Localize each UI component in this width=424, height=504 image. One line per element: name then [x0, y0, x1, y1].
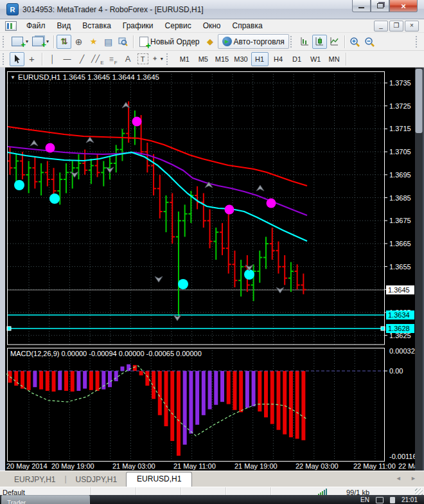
timeframe-d1[interactable]: D1 — [288, 52, 306, 66]
horizontal-line-button[interactable]: — — [60, 52, 75, 66]
tab-scroll-arrows[interactable]: ◄ ► — [396, 475, 420, 482]
timeframe-h4[interactable]: H4 — [270, 52, 287, 66]
macd-histogram-bar — [83, 371, 87, 389]
styler-button[interactable]: ◆ — [203, 35, 218, 49]
toolbar-grip[interactable] — [3, 36, 7, 48]
list-icon: ▤ — [104, 37, 112, 47]
price-scale-label: 1.3715 — [389, 125, 411, 132]
menu-help[interactable]: Справка — [227, 20, 269, 32]
mdi-minimize-button[interactable]: _ — [374, 21, 388, 32]
timeframe-m15[interactable]: M15 — [213, 52, 231, 66]
macd-histogram-bar — [158, 371, 162, 415]
zoom-out-button[interactable] — [362, 35, 377, 49]
magenta-signal-dot — [267, 199, 276, 208]
language-indicator[interactable]: EN — [360, 496, 369, 503]
menu-file[interactable]: Файл — [21, 20, 51, 32]
text-label-button[interactable]: A — [121, 52, 136, 66]
market-watch-button[interactable]: ▤ — [101, 35, 116, 49]
menu-tools[interactable]: Сервис — [159, 20, 197, 32]
favorites-button[interactable]: ★ — [86, 35, 101, 49]
macd-histogram-bar — [233, 371, 236, 410]
magenta-signal-dot — [132, 117, 142, 127]
vertical-line-button[interactable]: │ — [45, 52, 60, 66]
macd-scale-top: 0.00032 — [389, 347, 415, 355]
timeframe-m5[interactable]: M5 — [195, 52, 212, 66]
crosshair-button[interactable]: + — [24, 52, 39, 66]
gold-tag-icon: ◆ — [207, 37, 213, 46]
timeframe-mn[interactable]: MN — [326, 52, 343, 66]
data-window-button[interactable] — [116, 35, 130, 49]
macd-histogram-bar — [270, 371, 274, 424]
timeframe-h1[interactable]: H1 — [251, 52, 269, 66]
bar-chart-type-button[interactable] — [297, 35, 312, 49]
tick-chart-toggle[interactable]: ⇅ — [57, 35, 71, 49]
toolbar-grip[interactable] — [166, 53, 171, 65]
tab-eurusd[interactable]: EURUSD,H1 — [126, 472, 192, 487]
macd-histogram-bar — [145, 371, 149, 386]
chart-canvas[interactable]: 1.37351.37251.37151.37051.36951.36851.36… — [0, 68, 424, 471]
price-scale-label: 1.3655 — [389, 263, 411, 271]
close-button[interactable]: × — [389, 0, 418, 12]
macd-histogram-bar — [245, 371, 249, 408]
toolbar-grip[interactable] — [3, 53, 7, 65]
macd-histogram-bar — [177, 371, 181, 456]
equidistant-channel-button[interactable]: ╱╱E — [89, 52, 106, 66]
pointer-icon — [13, 54, 21, 64]
price-scale-label: 1.3695 — [389, 171, 411, 179]
keyboard-icon[interactable] — [376, 497, 384, 503]
taskbar-app-button[interactable]: Trader — [1, 495, 90, 504]
time-axis-label: 20 May 19:00 — [51, 462, 94, 470]
hline-icon: — — [64, 55, 71, 64]
candle-chart-type-button[interactable] — [312, 35, 327, 49]
arrows-tool-button[interactable]: ✦▾ — [150, 52, 165, 66]
text-box-button[interactable]: T — [136, 52, 150, 66]
title-bar[interactable]: R 3014953: MetaTrader 4 - RoboForex - [E… — [0, 0, 424, 19]
tab-usdjpy[interactable]: USDJPY,H1 — [67, 473, 126, 487]
toolbar-grip[interactable] — [416, 36, 420, 48]
new-order-button[interactable]: Новый Ордер — [136, 35, 202, 49]
time-axis-label: 22 May 11:00 — [353, 462, 396, 470]
menu-window[interactable]: Окно — [197, 20, 227, 32]
chart-tabs-bar: EURJPY,H1 | USDJPY,H1 EURUSD,H1 ◄ ► — [0, 471, 424, 487]
new-chart-button[interactable]: ▾ — [10, 35, 30, 49]
menu-charts[interactable]: Графики — [117, 20, 159, 32]
auto-trading-button[interactable]: ▶ Авто-торговля — [218, 34, 289, 49]
cursor-button[interactable] — [10, 52, 24, 66]
toolbar-grip[interactable] — [290, 36, 295, 48]
tray-icon[interactable] — [390, 497, 395, 503]
trendline-button[interactable]: ╱ — [75, 52, 89, 66]
crosshair-target-button[interactable]: ⊕ — [71, 35, 86, 49]
time-axis-label: 21 May 03:00 — [112, 462, 155, 470]
zoom-in-button[interactable] — [348, 35, 362, 49]
macd-histogram-bar — [27, 371, 31, 390]
timeframe-m30[interactable]: M30 — [232, 52, 249, 66]
hline-price-label: 1.3628 — [388, 325, 410, 332]
profiles-icon — [32, 37, 44, 46]
separator — [346, 53, 346, 66]
mdi-close-button[interactable]: × — [405, 21, 419, 32]
tab-eurjpy[interactable]: EURJPY,H1 — [5, 473, 64, 487]
crosshair-icon: + — [29, 53, 35, 64]
menu-insert[interactable]: Вставка — [76, 20, 117, 32]
dropdown-icon: ▾ — [26, 39, 28, 44]
timeframe-w1[interactable]: W1 — [307, 52, 324, 66]
chart-doc-icon[interactable] — [5, 21, 17, 31]
profiles-button[interactable]: ▾ — [30, 35, 51, 49]
macd-histogram-bar — [227, 371, 231, 404]
macd-histogram-bar — [76, 371, 80, 391]
macd-histogram-bar — [127, 364, 130, 371]
clock[interactable]: 21:01 — [402, 496, 418, 503]
channel-sub-label: E — [100, 60, 103, 66]
menu-view[interactable]: Вид — [51, 20, 77, 32]
restore-icon — [377, 3, 384, 8]
fibonacci-button[interactable]: ≡F — [106, 52, 121, 66]
line-studies-toolbar: + │ — ╱ ╱╱E ≡F A T ✦▾ M1M5M15M30H1H4D1W1… — [0, 51, 424, 68]
metatrader-window: R 3014953: MetaTrader 4 - RoboForex - [E… — [0, 0, 424, 495]
mdi-restore-button[interactable]: ❐ — [389, 21, 403, 32]
minimize-button[interactable] — [352, 0, 371, 12]
line-chart-type-button[interactable] — [327, 35, 342, 49]
restore-button[interactable] — [371, 0, 389, 12]
timeframe-m1[interactable]: M1 — [176, 52, 193, 66]
scrollbar-thumb[interactable] — [416, 69, 423, 133]
hline-price-label: 1.3634 — [388, 311, 410, 319]
